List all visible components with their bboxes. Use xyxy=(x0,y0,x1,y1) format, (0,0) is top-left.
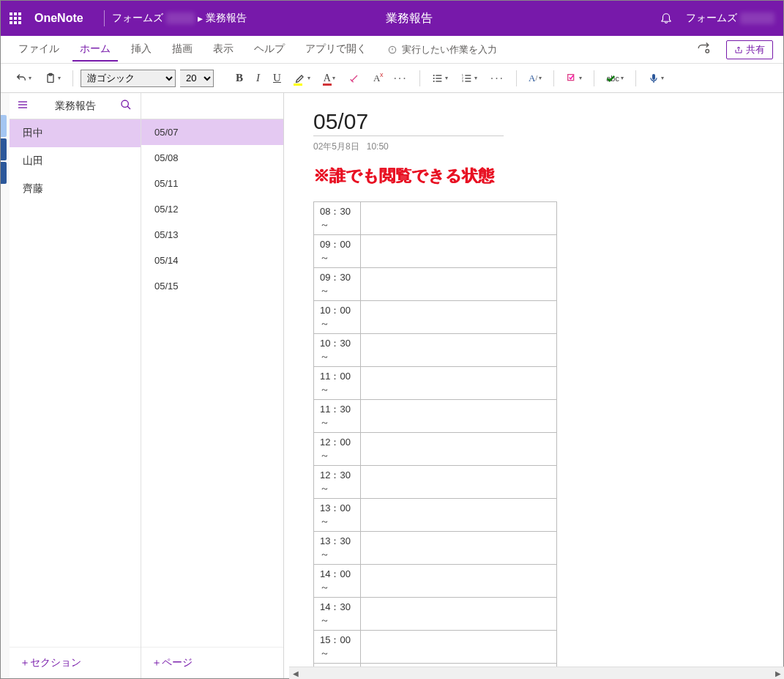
table-row[interactable]: 13：30～ xyxy=(314,532,557,565)
time-table[interactable]: 08：30～09：00～09：30～10：00～10：30～11：00～11：3… xyxy=(313,201,557,678)
page-title-input[interactable] xyxy=(313,108,504,136)
time-cell[interactable]: 14：00～ xyxy=(314,565,361,598)
undo-button[interactable]: ▾ xyxy=(11,70,36,87)
search-icon[interactable] xyxy=(120,99,132,113)
table-row[interactable]: 09：30～ xyxy=(314,268,557,301)
section-tab-indicator[interactable] xyxy=(1,162,7,184)
value-cell[interactable] xyxy=(361,367,557,400)
table-row[interactable]: 08：30～ xyxy=(314,202,557,235)
value-cell[interactable] xyxy=(361,433,557,466)
page-item[interactable]: 05/07 xyxy=(141,119,283,145)
ribbon-tab-表示[interactable]: 表示 xyxy=(206,38,241,62)
value-cell[interactable] xyxy=(361,466,557,499)
notifications-icon[interactable] xyxy=(660,11,673,26)
font-family-select[interactable]: 游ゴシック xyxy=(81,70,176,87)
time-cell[interactable]: 10：30～ xyxy=(314,334,361,367)
table-row[interactable]: 14：00～ xyxy=(314,565,557,598)
page-item[interactable]: 05/13 xyxy=(141,222,283,248)
table-row[interactable]: 11：00～ xyxy=(314,367,557,400)
spellcheck-button[interactable]: abc▾ xyxy=(602,71,628,86)
value-cell[interactable] xyxy=(361,202,557,235)
nav-menu-icon[interactable] xyxy=(17,99,29,113)
page-item[interactable]: 05/12 xyxy=(141,196,283,222)
share-button[interactable]: 共有 xyxy=(726,40,773,59)
table-row[interactable]: 10：30～ xyxy=(314,334,557,367)
scroll-left-icon[interactable]: ◀ xyxy=(289,667,302,680)
value-cell[interactable] xyxy=(361,235,557,268)
section-item[interactable]: 山田 xyxy=(10,147,141,175)
table-row[interactable]: 10：00～ xyxy=(314,301,557,334)
time-cell[interactable]: 11：00～ xyxy=(314,367,361,400)
ribbon-tab-挿入[interactable]: 挿入 xyxy=(124,38,159,62)
scroll-right-icon[interactable]: ▶ xyxy=(772,667,784,680)
warning-annotation: ※誰でも閲覧できる状態 xyxy=(313,165,754,187)
underline-button[interactable]: U xyxy=(269,69,285,87)
clipboard-button[interactable]: ▾ xyxy=(40,70,65,87)
value-cell[interactable] xyxy=(361,532,557,565)
value-cell[interactable] xyxy=(361,565,557,598)
dictate-button[interactable]: ▾ xyxy=(643,70,668,87)
horizontal-scrollbar[interactable]: ◀ ▶ xyxy=(289,667,784,679)
value-cell[interactable] xyxy=(361,598,557,631)
page-item[interactable]: 05/14 xyxy=(141,248,283,273)
table-row[interactable]: 11：30～ xyxy=(314,400,557,433)
value-cell[interactable] xyxy=(361,631,557,664)
font-color-button[interactable]: A▾ xyxy=(319,70,340,87)
bullets-button[interactable]: ▾ xyxy=(428,70,452,87)
clear-format-button[interactable] xyxy=(344,70,365,87)
time-cell[interactable]: 09：00～ xyxy=(314,235,361,268)
page-item[interactable]: 05/08 xyxy=(141,145,283,171)
page-content[interactable]: 02年5月8日 10:50 ※誰でも閲覧できる状態 08：30～09：00～09… xyxy=(284,93,783,678)
font-size-select[interactable]: 20 xyxy=(180,70,214,87)
table-row[interactable]: 14：30～ xyxy=(314,598,557,631)
ribbon-tab-ホーム[interactable]: ホーム xyxy=(72,38,118,62)
time-cell[interactable]: 15：00～ xyxy=(314,631,361,664)
bold-button[interactable]: B xyxy=(231,69,247,87)
value-cell[interactable] xyxy=(361,334,557,367)
more-font-button[interactable]: ··· xyxy=(389,69,411,88)
ribbon-tab-ヘルプ[interactable]: ヘルプ xyxy=(247,38,292,62)
time-cell[interactable]: 08：30～ xyxy=(314,202,361,235)
app-launcher-icon[interactable] xyxy=(10,12,21,24)
tell-me-search[interactable]: 実行したい作業を入力 xyxy=(387,43,497,56)
section-item[interactable]: 田中 xyxy=(10,119,141,147)
table-row[interactable]: 12：30～ xyxy=(314,466,557,499)
page-item[interactable]: 05/15 xyxy=(141,273,283,299)
time-cell[interactable]: 12：00～ xyxy=(314,433,361,466)
strikethrough-button[interactable]: Ax xyxy=(369,70,384,87)
time-cell[interactable]: 13：30～ xyxy=(314,532,361,565)
add-section-button[interactable]: ＋セクション xyxy=(10,647,141,678)
highlight-button[interactable]: ▾ xyxy=(290,70,315,87)
table-row[interactable]: 09：00～ xyxy=(314,235,557,268)
styles-button[interactable]: A/▾ xyxy=(524,70,546,87)
time-cell[interactable]: 11：30～ xyxy=(314,400,361,433)
more-paragraph-button[interactable]: ··· xyxy=(486,69,509,88)
add-page-button[interactable]: ＋ページ xyxy=(141,647,283,678)
section-tab-indicator[interactable] xyxy=(1,115,7,137)
ribbon-tab-描画[interactable]: 描画 xyxy=(165,38,200,62)
time-cell[interactable]: 10：00～ xyxy=(314,301,361,334)
value-cell[interactable] xyxy=(361,268,557,301)
breadcrumb-root[interactable]: フォームズ xyxy=(112,12,163,25)
section-item[interactable]: 齊藤 xyxy=(10,175,141,203)
table-row[interactable]: 13：00～ xyxy=(314,499,557,532)
time-cell[interactable]: 14：30～ xyxy=(314,598,361,631)
value-cell[interactable] xyxy=(361,400,557,433)
time-cell[interactable]: 09：30～ xyxy=(314,268,361,301)
ribbon-tab-アプリで開く[interactable]: アプリで開く xyxy=(298,38,374,62)
value-cell[interactable] xyxy=(361,499,557,532)
time-cell[interactable]: 13：00～ xyxy=(314,499,361,532)
sync-icon[interactable] xyxy=(697,42,710,57)
time-cell[interactable]: 12：30～ xyxy=(314,466,361,499)
table-row[interactable]: 12：00～ xyxy=(314,433,557,466)
tags-button[interactable]: ▾ xyxy=(561,70,586,87)
section-color-tabs xyxy=(1,93,10,678)
section-tab-indicator[interactable] xyxy=(1,138,7,160)
value-cell[interactable] xyxy=(361,301,557,334)
header-user[interactable]: フォームズ xyxy=(686,12,774,25)
numbering-button[interactable]: 123▾ xyxy=(457,70,482,87)
page-item[interactable]: 05/11 xyxy=(141,171,283,196)
table-row[interactable]: 15：00～ xyxy=(314,631,557,664)
italic-button[interactable]: I xyxy=(252,69,264,87)
ribbon-tab-ファイル[interactable]: ファイル xyxy=(11,38,67,62)
